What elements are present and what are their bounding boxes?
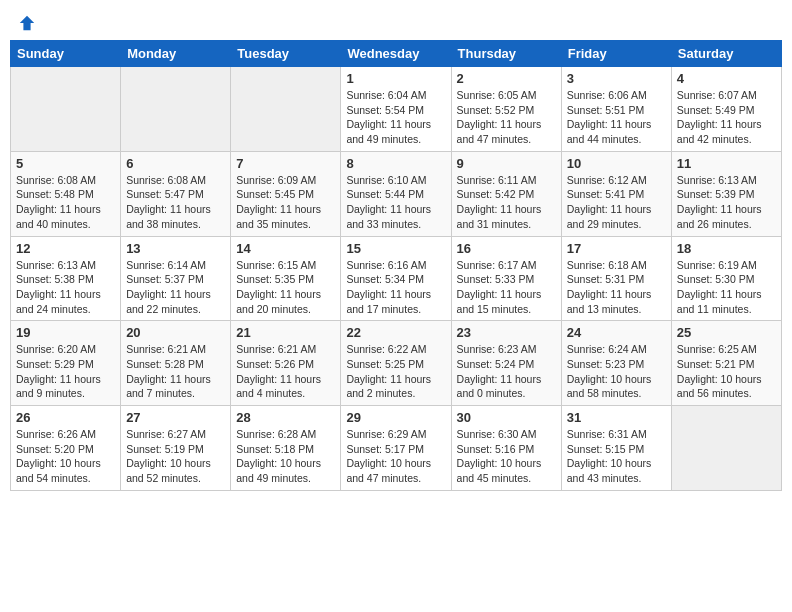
- day-number: 10: [567, 156, 666, 171]
- weekday-header: Tuesday: [231, 41, 341, 67]
- calendar-cell: 23 Sunrise: 6:23 AMSunset: 5:24 PMDaylig…: [451, 321, 561, 406]
- calendar-cell: 9 Sunrise: 6:11 AMSunset: 5:42 PMDayligh…: [451, 151, 561, 236]
- day-number: 22: [346, 325, 445, 340]
- day-info: Sunrise: 6:25 AMSunset: 5:21 PMDaylight:…: [677, 342, 776, 401]
- day-info: Sunrise: 6:05 AMSunset: 5:52 PMDaylight:…: [457, 88, 556, 147]
- calendar-cell: 19 Sunrise: 6:20 AMSunset: 5:29 PMDaylig…: [11, 321, 121, 406]
- weekday-header: Sunday: [11, 41, 121, 67]
- day-info: Sunrise: 6:10 AMSunset: 5:44 PMDaylight:…: [346, 173, 445, 232]
- calendar-cell: [11, 67, 121, 152]
- day-number: 20: [126, 325, 225, 340]
- day-info: Sunrise: 6:30 AMSunset: 5:16 PMDaylight:…: [457, 427, 556, 486]
- day-info: Sunrise: 6:06 AMSunset: 5:51 PMDaylight:…: [567, 88, 666, 147]
- day-number: 23: [457, 325, 556, 340]
- calendar-cell: 27 Sunrise: 6:27 AMSunset: 5:19 PMDaylig…: [121, 406, 231, 491]
- day-info: Sunrise: 6:19 AMSunset: 5:30 PMDaylight:…: [677, 258, 776, 317]
- calendar-cell: 11 Sunrise: 6:13 AMSunset: 5:39 PMDaylig…: [671, 151, 781, 236]
- day-number: 21: [236, 325, 335, 340]
- day-number: 15: [346, 241, 445, 256]
- calendar-week-row: 1 Sunrise: 6:04 AMSunset: 5:54 PMDayligh…: [11, 67, 782, 152]
- calendar-week-row: 5 Sunrise: 6:08 AMSunset: 5:48 PMDayligh…: [11, 151, 782, 236]
- calendar-cell: 22 Sunrise: 6:22 AMSunset: 5:25 PMDaylig…: [341, 321, 451, 406]
- calendar-cell: 12 Sunrise: 6:13 AMSunset: 5:38 PMDaylig…: [11, 236, 121, 321]
- day-info: Sunrise: 6:24 AMSunset: 5:23 PMDaylight:…: [567, 342, 666, 401]
- calendar-header-row: SundayMondayTuesdayWednesdayThursdayFrid…: [11, 41, 782, 67]
- calendar-week-row: 12 Sunrise: 6:13 AMSunset: 5:38 PMDaylig…: [11, 236, 782, 321]
- day-number: 7: [236, 156, 335, 171]
- day-number: 19: [16, 325, 115, 340]
- calendar-cell: 29 Sunrise: 6:29 AMSunset: 5:17 PMDaylig…: [341, 406, 451, 491]
- day-info: Sunrise: 6:16 AMSunset: 5:34 PMDaylight:…: [346, 258, 445, 317]
- day-info: Sunrise: 6:20 AMSunset: 5:29 PMDaylight:…: [16, 342, 115, 401]
- weekday-header: Friday: [561, 41, 671, 67]
- calendar-cell: 25 Sunrise: 6:25 AMSunset: 5:21 PMDaylig…: [671, 321, 781, 406]
- day-number: 12: [16, 241, 115, 256]
- day-info: Sunrise: 6:28 AMSunset: 5:18 PMDaylight:…: [236, 427, 335, 486]
- calendar-cell: 8 Sunrise: 6:10 AMSunset: 5:44 PMDayligh…: [341, 151, 451, 236]
- calendar-cell: 16 Sunrise: 6:17 AMSunset: 5:33 PMDaylig…: [451, 236, 561, 321]
- calendar-cell: 3 Sunrise: 6:06 AMSunset: 5:51 PMDayligh…: [561, 67, 671, 152]
- day-info: Sunrise: 6:22 AMSunset: 5:25 PMDaylight:…: [346, 342, 445, 401]
- day-info: Sunrise: 6:09 AMSunset: 5:45 PMDaylight:…: [236, 173, 335, 232]
- day-number: 29: [346, 410, 445, 425]
- calendar-cell: 4 Sunrise: 6:07 AMSunset: 5:49 PMDayligh…: [671, 67, 781, 152]
- calendar-cell: [231, 67, 341, 152]
- calendar-cell: 20 Sunrise: 6:21 AMSunset: 5:28 PMDaylig…: [121, 321, 231, 406]
- svg-marker-0: [20, 16, 34, 30]
- logo: [16, 14, 36, 28]
- day-info: Sunrise: 6:29 AMSunset: 5:17 PMDaylight:…: [346, 427, 445, 486]
- calendar-cell: 21 Sunrise: 6:21 AMSunset: 5:26 PMDaylig…: [231, 321, 341, 406]
- day-number: 1: [346, 71, 445, 86]
- day-number: 13: [126, 241, 225, 256]
- calendar-cell: 15 Sunrise: 6:16 AMSunset: 5:34 PMDaylig…: [341, 236, 451, 321]
- weekday-header: Thursday: [451, 41, 561, 67]
- day-info: Sunrise: 6:27 AMSunset: 5:19 PMDaylight:…: [126, 427, 225, 486]
- calendar-cell: 17 Sunrise: 6:18 AMSunset: 5:31 PMDaylig…: [561, 236, 671, 321]
- day-number: 17: [567, 241, 666, 256]
- day-number: 27: [126, 410, 225, 425]
- calendar-cell: 24 Sunrise: 6:24 AMSunset: 5:23 PMDaylig…: [561, 321, 671, 406]
- day-info: Sunrise: 6:13 AMSunset: 5:38 PMDaylight:…: [16, 258, 115, 317]
- day-number: 28: [236, 410, 335, 425]
- calendar-cell: 13 Sunrise: 6:14 AMSunset: 5:37 PMDaylig…: [121, 236, 231, 321]
- calendar-cell: 30 Sunrise: 6:30 AMSunset: 5:16 PMDaylig…: [451, 406, 561, 491]
- calendar-cell: 26 Sunrise: 6:26 AMSunset: 5:20 PMDaylig…: [11, 406, 121, 491]
- day-info: Sunrise: 6:08 AMSunset: 5:48 PMDaylight:…: [16, 173, 115, 232]
- day-number: 2: [457, 71, 556, 86]
- page-header: [10, 10, 782, 32]
- day-info: Sunrise: 6:26 AMSunset: 5:20 PMDaylight:…: [16, 427, 115, 486]
- calendar-cell: 18 Sunrise: 6:19 AMSunset: 5:30 PMDaylig…: [671, 236, 781, 321]
- calendar-cell: 7 Sunrise: 6:09 AMSunset: 5:45 PMDayligh…: [231, 151, 341, 236]
- weekday-header: Saturday: [671, 41, 781, 67]
- day-number: 26: [16, 410, 115, 425]
- day-info: Sunrise: 6:07 AMSunset: 5:49 PMDaylight:…: [677, 88, 776, 147]
- day-info: Sunrise: 6:13 AMSunset: 5:39 PMDaylight:…: [677, 173, 776, 232]
- calendar-week-row: 26 Sunrise: 6:26 AMSunset: 5:20 PMDaylig…: [11, 406, 782, 491]
- day-info: Sunrise: 6:14 AMSunset: 5:37 PMDaylight:…: [126, 258, 225, 317]
- day-number: 8: [346, 156, 445, 171]
- day-info: Sunrise: 6:08 AMSunset: 5:47 PMDaylight:…: [126, 173, 225, 232]
- day-number: 6: [126, 156, 225, 171]
- logo-icon: [18, 14, 36, 32]
- day-info: Sunrise: 6:21 AMSunset: 5:26 PMDaylight:…: [236, 342, 335, 401]
- calendar-cell: 31 Sunrise: 6:31 AMSunset: 5:15 PMDaylig…: [561, 406, 671, 491]
- weekday-header: Monday: [121, 41, 231, 67]
- day-number: 11: [677, 156, 776, 171]
- day-number: 3: [567, 71, 666, 86]
- day-number: 30: [457, 410, 556, 425]
- day-number: 31: [567, 410, 666, 425]
- day-info: Sunrise: 6:11 AMSunset: 5:42 PMDaylight:…: [457, 173, 556, 232]
- day-info: Sunrise: 6:15 AMSunset: 5:35 PMDaylight:…: [236, 258, 335, 317]
- day-info: Sunrise: 6:12 AMSunset: 5:41 PMDaylight:…: [567, 173, 666, 232]
- calendar-cell: 2 Sunrise: 6:05 AMSunset: 5:52 PMDayligh…: [451, 67, 561, 152]
- day-info: Sunrise: 6:23 AMSunset: 5:24 PMDaylight:…: [457, 342, 556, 401]
- calendar-cell: 28 Sunrise: 6:28 AMSunset: 5:18 PMDaylig…: [231, 406, 341, 491]
- calendar-table: SundayMondayTuesdayWednesdayThursdayFrid…: [10, 40, 782, 491]
- calendar-cell: 10 Sunrise: 6:12 AMSunset: 5:41 PMDaylig…: [561, 151, 671, 236]
- calendar-cell: 5 Sunrise: 6:08 AMSunset: 5:48 PMDayligh…: [11, 151, 121, 236]
- calendar-cell: 6 Sunrise: 6:08 AMSunset: 5:47 PMDayligh…: [121, 151, 231, 236]
- calendar-cell: 14 Sunrise: 6:15 AMSunset: 5:35 PMDaylig…: [231, 236, 341, 321]
- day-number: 9: [457, 156, 556, 171]
- day-info: Sunrise: 6:18 AMSunset: 5:31 PMDaylight:…: [567, 258, 666, 317]
- day-number: 16: [457, 241, 556, 256]
